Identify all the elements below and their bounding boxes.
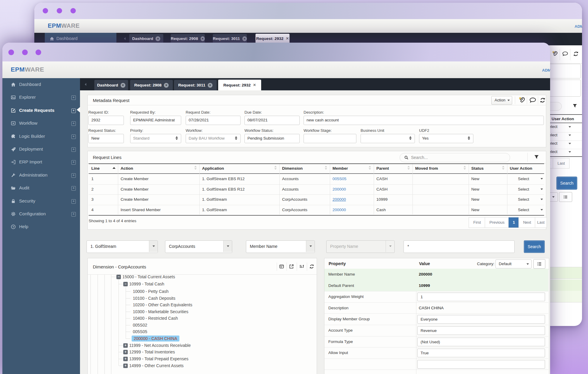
property-value-input[interactable]: 1 — [417, 293, 545, 301]
tree-node-label[interactable]: 13999 - Total Prepaid Expenses — [129, 356, 188, 362]
tree-node-label[interactable]: 005S05 — [133, 329, 147, 335]
paperclip-icon[interactable] — [551, 50, 558, 57]
expand-icon[interactable]: + — [71, 186, 76, 191]
close-icon[interactable]: ✕ — [242, 36, 247, 41]
chevron-left-icon[interactable] — [84, 82, 88, 86]
expand-icon[interactable]: + — [123, 350, 128, 354]
pager-first[interactable]: First — [469, 217, 486, 228]
sidebar-item-deployment[interactable]: Deployment+ — [2, 143, 80, 156]
pager-last[interactable]: Last — [535, 217, 547, 228]
tree-node-label[interactable]: 10400 - Restricted Cash — [133, 315, 178, 321]
cell-user_action[interactable]: Select — [507, 177, 540, 181]
filter-icon[interactable] — [572, 103, 577, 108]
sidebar-item-workflow[interactable]: Workflow+ — [2, 117, 80, 130]
close-icon[interactable]: ✕ — [164, 83, 169, 88]
tree-node-label[interactable]: 10300 - Marketable Securities — [133, 309, 188, 315]
cell-user_action[interactable]: Select — [507, 208, 540, 212]
cell-member[interactable]: 005S05 — [333, 177, 347, 181]
select-workflow[interactable]: Daily BAU Workflow — [186, 134, 241, 143]
tab-request-2908[interactable]: Request: 2908✕ — [171, 34, 205, 43]
background-last-button[interactable]: Last — [553, 158, 569, 169]
pager-previous[interactable]: Previous — [485, 217, 509, 228]
user-action-caret-icon[interactable] — [541, 178, 543, 180]
cell-member[interactable]: 200000 — [333, 197, 346, 202]
refresh-icon[interactable] — [573, 51, 579, 57]
chevron-left-icon[interactable] — [123, 37, 127, 41]
property-value-input[interactable] — [417, 360, 545, 369]
sidebar-item-configuration[interactable]: Configuration+ — [2, 208, 80, 220]
column-header-member[interactable]: Member — [333, 166, 348, 171]
tree-node-label[interactable]: 14999 - Other Current Assets — [129, 363, 184, 369]
cell-member[interactable]: 200000 — [333, 208, 346, 212]
tab-request-3011[interactable]: Request: 3011✕ — [174, 80, 217, 90]
input-description[interactable]: new cash account — [304, 116, 544, 125]
category-select[interactable]: Default — [495, 259, 532, 268]
sort-icon[interactable] — [299, 264, 304, 269]
tree-node-label[interactable]: 200000 - CASH CHINA — [132, 336, 179, 341]
member-search-button[interactable]: Search — [524, 240, 545, 253]
window-dot[interactable] — [36, 50, 41, 55]
close-icon[interactable]: ✕ — [286, 37, 289, 40]
hierarchy-select[interactable]: CorpAccounts — [165, 240, 232, 253]
column-header-moved-from[interactable]: Moved from — [415, 166, 438, 171]
comment-icon[interactable] — [562, 51, 568, 57]
sort-both-icon[interactable] — [325, 166, 327, 170]
property-value-input[interactable]: Everyone — [417, 315, 545, 324]
expand-icon[interactable]: + — [123, 343, 128, 348]
column-header-action[interactable]: Action — [121, 166, 133, 171]
close-icon[interactable]: ✕ — [208, 83, 213, 88]
user-action-caret-icon[interactable] — [541, 199, 543, 200]
tab-dashboard[interactable]: Dashboard✕ — [129, 34, 163, 43]
expand-icon[interactable]: + — [71, 109, 76, 113]
input-request-date[interactable]: 07/28/2021 — [186, 116, 241, 125]
user-action-caret-icon[interactable] — [541, 209, 543, 211]
tree-node-label[interactable]: 11999 - Net Accounts Receivable — [129, 342, 191, 348]
collapse-icon[interactable]: − — [123, 282, 128, 286]
member-query-input[interactable]: * — [404, 240, 515, 253]
tab-request-2932[interactable]: Request: 2932✕ — [218, 80, 261, 90]
expand-icon[interactable]: + — [123, 357, 128, 361]
grid-icon[interactable] — [279, 264, 284, 269]
sidebar-item-help[interactable]: ?Help — [2, 220, 80, 233]
column-header-parent[interactable]: Parent — [376, 166, 389, 171]
input-due-date[interactable]: 08/07/2021 — [244, 116, 300, 125]
expand-icon[interactable]: + — [123, 364, 128, 368]
sort-both-icon[interactable] — [369, 166, 371, 170]
property-value-input[interactable]: (Not Used) — [417, 338, 545, 346]
sort-asc-icon[interactable] — [113, 167, 116, 169]
refresh-icon[interactable] — [309, 264, 314, 269]
close-icon[interactable]: ✕ — [253, 83, 256, 87]
tab-request-3011[interactable]: Request: 3011✕ — [213, 34, 247, 43]
property-value-input[interactable]: True — [417, 349, 545, 357]
expand-icon[interactable]: + — [71, 212, 76, 217]
tree-node-label[interactable]: 12999 - Total Inventories — [129, 349, 175, 355]
window-dot[interactable] — [22, 50, 28, 55]
sidebar-item-dashboard[interactable]: Dashboard — [2, 78, 80, 91]
sidebar-item-create-requests[interactable]: Create Requests+ — [2, 104, 80, 117]
dimension-select[interactable]: 1. GolfStream — [87, 240, 158, 253]
field-select[interactable]: Member Name — [246, 240, 315, 253]
background-sidebar-item-dashboard[interactable]: Dashboard — [56, 36, 78, 41]
sidebar-item-logic-builder[interactable]: Logic Builder+ — [2, 130, 80, 143]
input-workflow-status[interactable]: Pending Submission — [244, 134, 300, 143]
action-button[interactable]: Action — [491, 96, 512, 105]
property-value-input[interactable]: Revenue — [417, 326, 545, 335]
close-icon[interactable]: ✕ — [121, 83, 125, 88]
select-udf2[interactable]: Yes — [419, 134, 473, 143]
expand-icon[interactable]: + — [71, 199, 76, 204]
cell-user_action[interactable]: Select — [507, 197, 540, 202]
tab-request-2932[interactable]: Request: 2932✕ — [255, 34, 290, 43]
window-dot[interactable] — [57, 8, 62, 13]
expand-icon[interactable]: + — [71, 147, 76, 152]
cell-member[interactable]: 200000 — [333, 187, 346, 191]
column-header-status[interactable]: Status — [471, 166, 484, 171]
paperclip-icon[interactable] — [518, 96, 525, 104]
expand-icon[interactable]: + — [71, 135, 76, 139]
sort-both-icon[interactable] — [464, 166, 466, 170]
sort-both-icon[interactable] — [194, 166, 197, 170]
close-icon[interactable]: ✕ — [201, 36, 205, 41]
tree-node-label[interactable]: 10200 - Other Cash Equivalents — [133, 302, 192, 308]
input-request-id[interactable]: 2932 — [88, 116, 124, 125]
comment-icon[interactable] — [529, 97, 536, 104]
sidebar-item-erp-import[interactable]: ERP Import+ — [2, 156, 80, 169]
